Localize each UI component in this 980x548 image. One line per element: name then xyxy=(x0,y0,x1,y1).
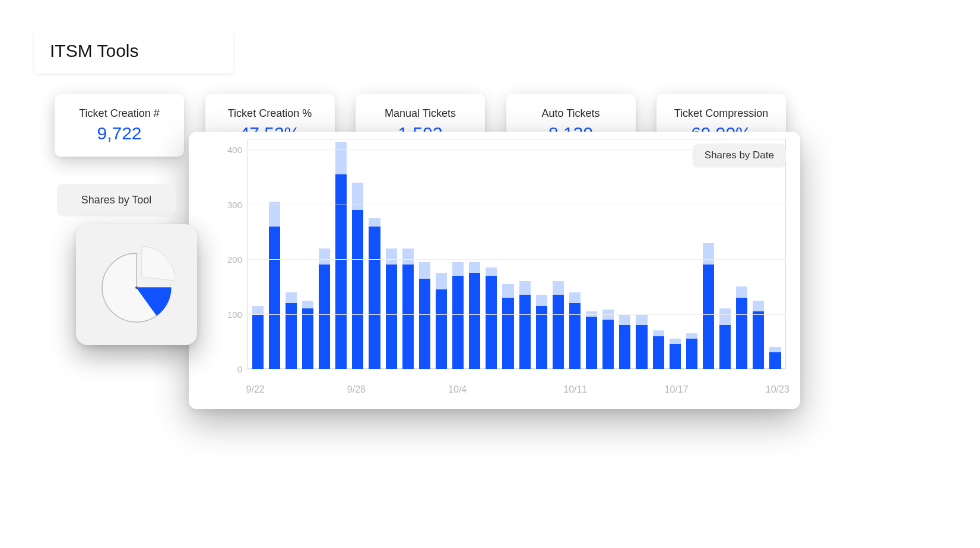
svg-point-1 xyxy=(135,286,138,289)
bar-segment-primary xyxy=(286,303,297,369)
bar-segment-primary xyxy=(386,265,397,369)
gridline xyxy=(247,259,786,260)
bar xyxy=(719,139,731,369)
bar-segment-secondary xyxy=(369,218,380,227)
bar xyxy=(402,139,414,369)
bar-segment-secondary xyxy=(302,301,313,309)
pie-chart-tile xyxy=(76,224,197,345)
bar-segment-primary xyxy=(519,295,531,369)
kpi-label: Ticket Creation # xyxy=(79,107,159,120)
bar xyxy=(703,139,714,369)
bar-segment-primary xyxy=(769,352,781,369)
x-axis-label: 10/23 xyxy=(766,384,789,395)
bar-segment-primary xyxy=(653,336,664,369)
bar xyxy=(369,139,380,369)
bar-slot xyxy=(283,139,299,369)
bar-slot xyxy=(249,139,266,369)
bar xyxy=(386,139,397,369)
bar-slot xyxy=(299,139,316,369)
y-axis-label: 400 xyxy=(214,145,242,155)
bar-segment-secondary xyxy=(486,267,497,276)
y-axis-label: 100 xyxy=(214,309,242,319)
bar xyxy=(302,139,313,369)
bar xyxy=(286,139,297,369)
bar-slot xyxy=(533,139,550,369)
bar xyxy=(553,139,564,369)
bar-segment-secondary xyxy=(703,243,714,265)
bar-segment-secondary xyxy=(619,315,630,325)
bar-slot xyxy=(383,139,399,369)
gridline xyxy=(247,314,786,315)
bar-segment-primary xyxy=(302,308,313,369)
page-title-badge: ITSM Tools xyxy=(34,28,233,74)
bar-slot xyxy=(450,139,467,369)
bar-chart-title: Shares by Date xyxy=(705,149,774,161)
bar-slot xyxy=(399,139,416,369)
bar xyxy=(352,139,363,369)
bar-segment-secondary xyxy=(352,183,363,210)
bar-slot xyxy=(617,139,633,369)
kpi-label: Ticket Creation % xyxy=(228,107,312,120)
bar-segment-secondary xyxy=(569,292,581,303)
bar-slot xyxy=(717,139,734,369)
bar xyxy=(536,139,547,369)
bar-segment-secondary xyxy=(319,248,330,265)
bar-segment-primary xyxy=(319,265,330,369)
bar-segment-primary xyxy=(436,289,447,369)
bar-segment-secondary xyxy=(335,142,347,174)
bar-segment-secondary xyxy=(269,202,280,227)
bar-segment-primary xyxy=(586,317,597,369)
bar-segment-secondary xyxy=(653,330,664,336)
bar-slot xyxy=(467,139,483,369)
y-axis-label: 200 xyxy=(214,254,242,265)
bar xyxy=(452,139,464,369)
x-axis-label: 10/11 xyxy=(563,384,587,395)
bar-segment-secondary xyxy=(502,284,513,298)
bar xyxy=(602,139,614,369)
bar-segment-secondary xyxy=(719,308,731,325)
bar-segment-primary xyxy=(536,306,547,369)
bar-segment-secondary xyxy=(452,262,464,276)
bar-chart-title-badge: Shares by Date xyxy=(693,144,786,167)
bar-slot xyxy=(633,139,650,369)
x-axis-label: 10/17 xyxy=(665,384,689,395)
bar-segment-secondary xyxy=(519,281,531,295)
bar-slot xyxy=(516,139,533,369)
bar-slot xyxy=(333,139,350,369)
bar xyxy=(653,139,664,369)
bar-segment-primary xyxy=(553,295,564,369)
bar-chart-plot: 0100200300400 xyxy=(214,139,786,369)
bar xyxy=(469,139,480,369)
bar-segment-primary xyxy=(753,311,764,369)
bar-segment-secondary xyxy=(402,248,414,265)
bar xyxy=(619,139,630,369)
bar-slot xyxy=(600,139,617,369)
bar-slot xyxy=(583,139,600,369)
bar-segment-secondary xyxy=(553,281,564,295)
kpi-label: Ticket Compression xyxy=(674,107,768,120)
bar-slot xyxy=(350,139,366,369)
page-title: ITSM Tools xyxy=(50,41,139,61)
bar xyxy=(252,139,264,369)
bar-segment-secondary xyxy=(286,292,297,303)
bar-slot xyxy=(316,139,333,369)
bar xyxy=(519,139,531,369)
pie-chart-icon xyxy=(92,240,181,329)
bar-slot xyxy=(416,139,433,369)
bar-chart-panel: Shares by Date 0100200300400 9/229/2810/… xyxy=(189,132,800,409)
bar-slot xyxy=(433,139,449,369)
bar-segment-secondary xyxy=(686,333,697,339)
kpi-card-ticket-creation-count: Ticket Creation # 9,722 xyxy=(55,94,184,157)
bar-segment-primary xyxy=(369,227,380,369)
bar xyxy=(636,139,647,369)
bar xyxy=(335,139,347,369)
bars-container xyxy=(247,139,786,369)
bar-segment-secondary xyxy=(536,295,547,305)
kpi-label: Auto Tickets xyxy=(541,107,600,120)
bar-slot xyxy=(550,139,566,369)
bar-segment-secondary xyxy=(252,306,264,314)
bar xyxy=(319,139,330,369)
bar xyxy=(736,139,747,369)
bar xyxy=(586,139,597,369)
bar-segment-primary xyxy=(636,325,647,369)
